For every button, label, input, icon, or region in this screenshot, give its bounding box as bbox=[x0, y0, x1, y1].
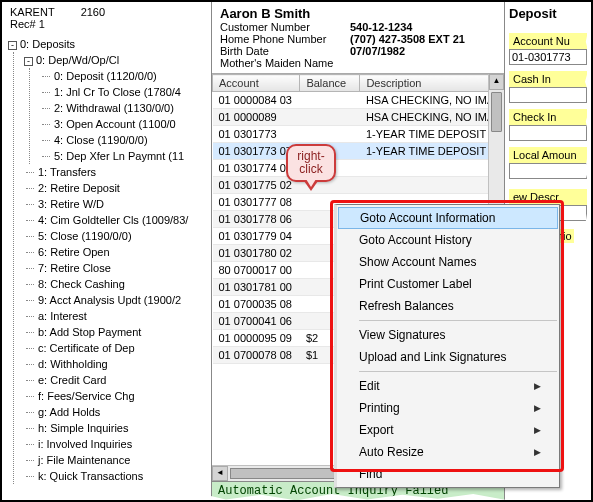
account-number-field[interactable] bbox=[509, 49, 587, 65]
table-row[interactable]: 01 0000089HSA CHECKING, NO IMA bbox=[213, 109, 504, 126]
tree-group-label[interactable]: 0: Dep/Wd/Op/Cl bbox=[36, 54, 119, 66]
tree-item[interactable]: d: Withholding bbox=[24, 356, 209, 372]
tree-item[interactable]: k: Quick Transactions bbox=[24, 468, 209, 484]
customer-name: Aaron B Smith bbox=[220, 6, 496, 21]
tree-item[interactable]: f: Fees/Service Chg bbox=[24, 388, 209, 404]
table-row[interactable]: 01 0301773 071-YEAR TIME DEPOSIT bbox=[213, 143, 504, 160]
menu-item[interactable]: Find bbox=[337, 463, 559, 485]
label-check-in: Check In bbox=[509, 109, 587, 125]
label-new-desc: ew Descr bbox=[509, 189, 587, 205]
deposit-tree[interactable]: -0: Deposits -0: Dep/Wd/Op/Cl 0: Deposit… bbox=[4, 34, 209, 484]
menu-item-label: Printing bbox=[359, 401, 400, 415]
menu-item[interactable]: Upload and Link Signatures bbox=[337, 346, 559, 368]
collapse-icon[interactable]: - bbox=[8, 41, 17, 50]
context-menu[interactable]: Goto Account InformationGoto Account His… bbox=[334, 204, 560, 488]
tree-item[interactable]: 8: Check Cashing bbox=[24, 276, 209, 292]
navigation-tree-panel: KARENT 2160 Rec# 1 -0: Deposits -0: Dep/… bbox=[2, 2, 212, 500]
callout-text-1: right- bbox=[297, 149, 324, 163]
tree-item[interactable]: 6: Retire Open bbox=[24, 244, 209, 260]
cell-acct: 01 0301773 bbox=[213, 126, 300, 143]
tree-item[interactable]: e: Credit Card bbox=[24, 372, 209, 388]
label-cash-in: Cash In bbox=[509, 71, 587, 87]
tree-item[interactable]: 2: Withdrawal (1130/0/0) bbox=[40, 100, 209, 116]
menu-item-label: Refresh Balances bbox=[359, 299, 454, 313]
cell-bal bbox=[300, 109, 360, 126]
label-maiden: Mother's Maiden Name bbox=[220, 57, 350, 69]
tree-item[interactable]: g: Add Holds bbox=[24, 404, 209, 420]
tree-item[interactable]: 1: Jnl Cr To Close (1780/4 bbox=[40, 84, 209, 100]
local-amount-field[interactable] bbox=[509, 163, 587, 179]
scroll-left-icon[interactable]: ◄ bbox=[212, 466, 228, 481]
scroll-up-icon[interactable]: ▲ bbox=[489, 74, 504, 90]
tree-item[interactable]: 5: Close (1190/0/0) bbox=[24, 228, 209, 244]
menu-item-label: Goto Account History bbox=[359, 233, 472, 247]
menu-item[interactable]: View Signatures bbox=[337, 324, 559, 346]
cell-acct: 80 0700017 00 bbox=[213, 262, 300, 279]
menu-separator bbox=[359, 320, 557, 321]
scroll-thumb[interactable] bbox=[491, 92, 502, 132]
tree-item[interactable]: 2: Retire Deposit bbox=[24, 180, 209, 196]
menu-item-label: Upload and Link Signatures bbox=[359, 350, 506, 364]
menu-item[interactable]: Print Customer Label bbox=[337, 273, 559, 295]
menu-item[interactable]: Show Account Names bbox=[337, 251, 559, 273]
menu-item[interactable]: Auto Resize▶ bbox=[337, 441, 559, 463]
cell-acct: 01 0301777 08 bbox=[213, 194, 300, 211]
table-row[interactable]: 01 0301774 05 bbox=[213, 160, 504, 177]
check-in-field[interactable] bbox=[509, 125, 587, 141]
submenu-arrow-icon: ▶ bbox=[534, 381, 541, 391]
value-custno: 540-12-1234 bbox=[350, 21, 412, 33]
cash-in-field[interactable] bbox=[509, 87, 587, 103]
menu-item-label: Show Account Names bbox=[359, 255, 476, 269]
tree-item[interactable]: 9: Acct Analysis Updt (1900/2 bbox=[24, 292, 209, 308]
tree-item[interactable]: 5: Dep Xfer Ln Paymnt (11 bbox=[40, 148, 209, 164]
cell-acct: 01 0000084 03 bbox=[213, 92, 300, 109]
cell-desc: 1-YEAR TIME DEPOSIT bbox=[360, 126, 504, 143]
cell-desc bbox=[360, 177, 504, 194]
cell-acct: 01 0301779 04 bbox=[213, 228, 300, 245]
menu-item[interactable]: Printing▶ bbox=[337, 397, 559, 419]
menu-item[interactable]: Edit▶ bbox=[337, 375, 559, 397]
cell-acct: 01 0700035 08 bbox=[213, 296, 300, 313]
tree-item[interactable]: 4: Cim Goldteller Cls (1009/83/ bbox=[24, 212, 209, 228]
menu-item[interactable]: Refresh Balances bbox=[337, 295, 559, 317]
col-description[interactable]: Description bbox=[360, 75, 504, 92]
tree-item[interactable]: j: File Maintenance bbox=[24, 452, 209, 468]
cell-acct: 01 0301780 02 bbox=[213, 245, 300, 262]
scroll-thumb-h[interactable] bbox=[230, 468, 350, 479]
tree-item[interactable]: c: Certificate of Dep bbox=[24, 340, 209, 356]
cell-desc: HSA CHECKING, NO IMA bbox=[360, 109, 504, 126]
tree-item[interactable]: 3: Open Account (1100/0 bbox=[40, 116, 209, 132]
label-custno: Customer Number bbox=[220, 21, 350, 33]
cell-acct: 01 0000095 09 bbox=[213, 330, 300, 347]
tree-item[interactable]: b: Add Stop Payment bbox=[24, 324, 209, 340]
menu-item[interactable]: Goto Account History bbox=[337, 229, 559, 251]
menu-item-label: Export bbox=[359, 423, 394, 437]
menu-item[interactable]: Export▶ bbox=[337, 419, 559, 441]
cell-acct: 01 0000089 bbox=[213, 109, 300, 126]
tree-item[interactable]: 1: Transfers bbox=[24, 164, 209, 180]
table-row[interactable]: 01 0000084 03HSA CHECKING, NO IMA bbox=[213, 92, 504, 109]
session-info: KARENT 2160 Rec# 1 bbox=[4, 6, 209, 34]
menu-separator bbox=[359, 371, 557, 372]
tree-item[interactable]: 7: Retire Close bbox=[24, 260, 209, 276]
menu-item-label: Auto Resize bbox=[359, 445, 424, 459]
label-local-amount: Local Amoun bbox=[509, 147, 587, 163]
col-account[interactable]: Account bbox=[213, 75, 300, 92]
tree-item[interactable]: a: Interest bbox=[24, 308, 209, 324]
panel-title: Deposit bbox=[509, 6, 587, 27]
tree-item[interactable]: h: Simple Inquiries bbox=[24, 420, 209, 436]
menu-item-label: Goto Account Information bbox=[360, 211, 495, 225]
tree-item[interactable]: i: Involved Inquiries bbox=[24, 436, 209, 452]
cell-desc: 1-YEAR TIME DEPOSIT bbox=[360, 143, 504, 160]
tree-root-label[interactable]: 0: Deposits bbox=[20, 38, 75, 50]
table-row[interactable]: 01 0301775 02 bbox=[213, 177, 504, 194]
tree-item[interactable]: 0: Deposit (1120/0/0) bbox=[40, 68, 209, 84]
callout-annotation: right- click bbox=[286, 144, 336, 188]
table-row[interactable]: 01 03017731-YEAR TIME DEPOSIT bbox=[213, 126, 504, 143]
col-balance[interactable]: Balance bbox=[300, 75, 360, 92]
collapse-icon[interactable]: - bbox=[24, 57, 33, 66]
menu-item[interactable]: Goto Account Information bbox=[338, 207, 558, 229]
tree-item[interactable]: 3: Retire W/D bbox=[24, 196, 209, 212]
cell-acct: 01 0301781 00 bbox=[213, 279, 300, 296]
tree-item[interactable]: 4: Close (1190/0/0) bbox=[40, 132, 209, 148]
